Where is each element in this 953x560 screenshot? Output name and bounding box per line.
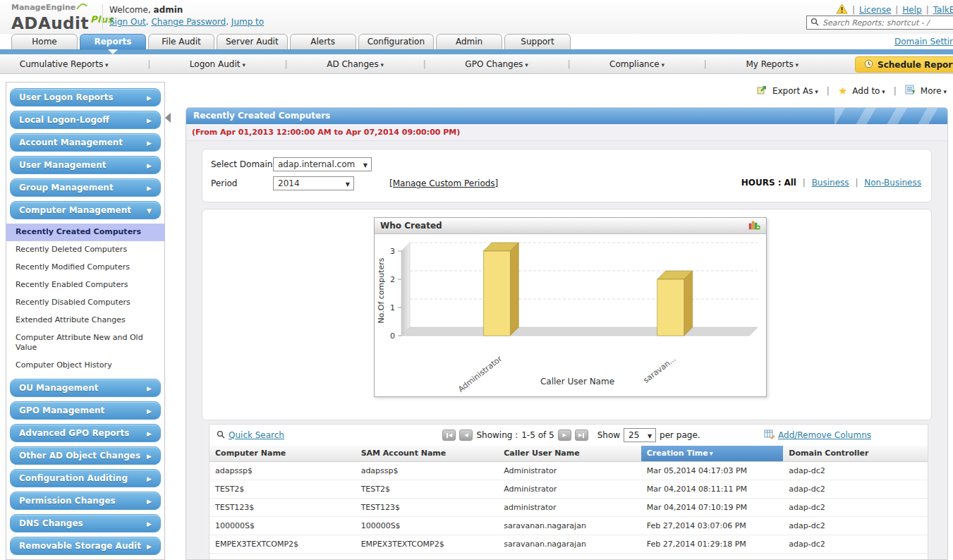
tab-support[interactable]: Support	[504, 34, 571, 49]
sidebar-group-permission-changes[interactable]: Permission Changes	[10, 492, 161, 510]
sidebar-item-recently-modified-computers[interactable]: Recently Modified Computers	[6, 259, 164, 276]
tab-server-audit[interactable]: Server Audit	[217, 34, 288, 49]
warning-icon[interactable]	[836, 4, 848, 16]
column-header-creation-time[interactable]: Creation Time	[641, 446, 784, 462]
sidebar-item-recently-deleted-computers[interactable]: Recently Deleted Computers	[6, 241, 164, 259]
sidebar-group-dns-changes[interactable]: DNS Changes	[10, 514, 161, 532]
svg-text:2: 2	[390, 275, 395, 284]
chart-type-icon[interactable]	[748, 219, 760, 232]
subnav-item-compliance[interactable]: Compliance	[609, 59, 664, 69]
schedule-reports-button[interactable]: Schedule Reports	[855, 56, 953, 73]
domain-settings-link[interactable]: Domain Settings	[894, 37, 953, 47]
column-header-sam-account-name[interactable]: SAM Account Name	[356, 446, 499, 462]
cell: TEST2$	[210, 480, 356, 498]
next-page-button[interactable]: ▶	[558, 430, 571, 441]
showing-range: 1-5 of 5	[521, 430, 554, 440]
tab-configuration[interactable]: Configuration	[358, 34, 434, 49]
subnav-item-my-reports[interactable]: My Reports	[746, 59, 799, 69]
utility-link-help[interactable]: Help	[902, 5, 921, 15]
session-link-sign-out[interactable]: Sign Out	[109, 17, 146, 27]
sidebar-group-label: Removable Storage Audit	[19, 541, 141, 551]
tab-home[interactable]: Home	[11, 34, 78, 49]
sidebar-group-user-management[interactable]: User Management	[10, 156, 161, 174]
sidebar-group-account-management[interactable]: Account Management	[10, 133, 161, 152]
subnav-item-logon-audit[interactable]: Logon Audit	[190, 59, 245, 69]
app-logo[interactable]: ManageEngine ADAuditPlus	[11, 2, 114, 31]
tab-accent-stripe	[0, 49, 953, 54]
subnav-item-ad-changes[interactable]: AD Changes	[327, 59, 384, 69]
utility-links: |License|Help|TalkBack	[836, 4, 953, 16]
session-link-change-password[interactable]: Change Password	[151, 17, 226, 27]
previous-page-button[interactable]: ◀	[459, 430, 473, 441]
hours-filter: HOURS : All | Business | Non-Business	[741, 178, 921, 188]
first-page-button[interactable]: ◀	[442, 430, 456, 441]
product-name: ADAudit	[11, 14, 89, 32]
tab-reports[interactable]: Reports	[80, 34, 146, 49]
export-as-button[interactable]: Export As	[772, 86, 818, 96]
sidebar-group-user-logon-reports[interactable]: User Logon Reports	[10, 88, 161, 106]
subnav-item-cumulative-reports[interactable]: Cumulative Reports	[20, 59, 109, 69]
page-size-select[interactable]: 25	[624, 428, 656, 442]
quick-search-link[interactable]: Quick Search	[229, 430, 284, 440]
computer-management-sublist: Recently Created ComputersRecently Delet…	[6, 224, 164, 375]
username: admin	[154, 5, 183, 15]
table-row[interactable]: TEST123$TEST123$administratorMar 04,2014…	[210, 499, 928, 517]
domain-select[interactable]: adap.internal.com	[273, 157, 372, 171]
hours-non-business-option[interactable]: Non-Business	[864, 178, 921, 188]
period-select[interactable]: 2014	[273, 176, 354, 190]
sidebar-group-group-management[interactable]: Group Management	[10, 178, 161, 197]
sidebar-collapse-handle[interactable]	[165, 113, 171, 123]
hours-business-option[interactable]: Business	[812, 178, 849, 188]
chevron-right-icon	[147, 92, 152, 102]
sidebar-group-label: Local Logon-Logoff	[19, 115, 109, 125]
sidebar-group-label: OU Management	[19, 383, 98, 393]
results-table-panel: Quick Search ◀ ◀ Showing : 1-5 of 5 ▶ ▶ …	[209, 424, 928, 560]
sidebar-group-other-ad-object-changes[interactable]: Other AD Object Changes	[10, 446, 161, 465]
separator: |	[855, 178, 858, 188]
sidebar-group-advanced-gpo-reports[interactable]: Advanced GPO Reports	[10, 424, 161, 442]
sidebar-item-recently-disabled-computers[interactable]: Recently Disabled Computers	[6, 294, 164, 312]
session-link-jump-to[interactable]: Jump to	[231, 17, 264, 27]
search-input[interactable]	[823, 18, 949, 28]
who-created-chart-plot: 0123Administratorsaravan...Caller User N…	[375, 234, 766, 398]
sidebar-group-configuration-auditing[interactable]: Configuration Auditing	[10, 469, 161, 487]
tab-alerts[interactable]: Alerts	[290, 34, 356, 49]
last-page-button[interactable]: ▶	[575, 430, 588, 441]
svg-text:No.Of computers: No.Of computers	[377, 257, 386, 323]
sidebar-group-gpo-management[interactable]: GPO Management	[10, 401, 161, 420]
tab-file-audit[interactable]: File Audit	[148, 34, 214, 49]
sidebar-group-computer-management[interactable]: Computer Management	[10, 201, 161, 219]
sidebar-group-removable-storage-audit[interactable]: Removable Storage Audit	[10, 537, 161, 555]
column-header-computer-name[interactable]: Computer Name	[210, 446, 356, 462]
cell: saravanan.nagarajan	[498, 517, 641, 535]
add-to-button[interactable]: Add to	[852, 86, 885, 96]
add-remove-columns-link[interactable]: Add/Remove Columns	[778, 430, 871, 440]
sidebar-item-computer-attribute-new-and-old-value[interactable]: Computer Attribute New and Old Value	[6, 329, 164, 357]
sidebar-group-local-logon-logoff[interactable]: Local Logon-Logoff	[10, 111, 161, 129]
utility-link-license[interactable]: License	[859, 5, 891, 15]
subnav-item-gpo-changes[interactable]: GPO Changes	[465, 59, 528, 69]
sidebar-item-computer-object-history[interactable]: Computer Object History	[6, 357, 164, 375]
manage-custom-periods-link[interactable]: [Manage Custom Periods]	[389, 178, 498, 188]
svg-text:Caller User Name: Caller User Name	[540, 377, 614, 386]
sidebar-group-ou-management[interactable]: OU Management	[10, 379, 161, 397]
column-header-domain-controller[interactable]: Domain Controller	[783, 446, 928, 462]
active-tab-notch	[108, 49, 118, 54]
table-row[interactable]: adapssp$adapssp$AdministratorMar 05,2014…	[210, 462, 928, 480]
column-header-caller-user-name[interactable]: Caller User Name	[498, 446, 641, 462]
sidebar-item-recently-enabled-computers[interactable]: Recently Enabled Computers	[6, 276, 164, 294]
table-row[interactable]: EMPEX3TEXTCOMP2$EMPEX3TEXTCOMP2$saravana…	[210, 535, 928, 554]
separator: |	[895, 5, 898, 15]
more-button[interactable]: More	[921, 86, 947, 96]
tab-admin[interactable]: Admin	[436, 34, 502, 49]
cell: TEST2$	[356, 480, 499, 498]
report-search[interactable]	[806, 16, 953, 30]
sidebar-item-extended-attribute-changes[interactable]: Extended Attribute Changes	[6, 312, 164, 329]
sidebar-item-recently-created-computers[interactable]: Recently Created Computers	[6, 224, 164, 241]
table-row[interactable]: 100000S$100000S$saravanan.nagarajanFeb 2…	[210, 517, 928, 535]
table-row[interactable]: TEST2$TEST2$AdministratorMar 04,2014 08:…	[210, 480, 928, 499]
separator: |	[926, 5, 929, 15]
chevron-right-icon	[147, 138, 152, 147]
hours-all-option[interactable]: All	[784, 178, 796, 188]
utility-link-talkback[interactable]: TalkBack	[933, 5, 953, 15]
